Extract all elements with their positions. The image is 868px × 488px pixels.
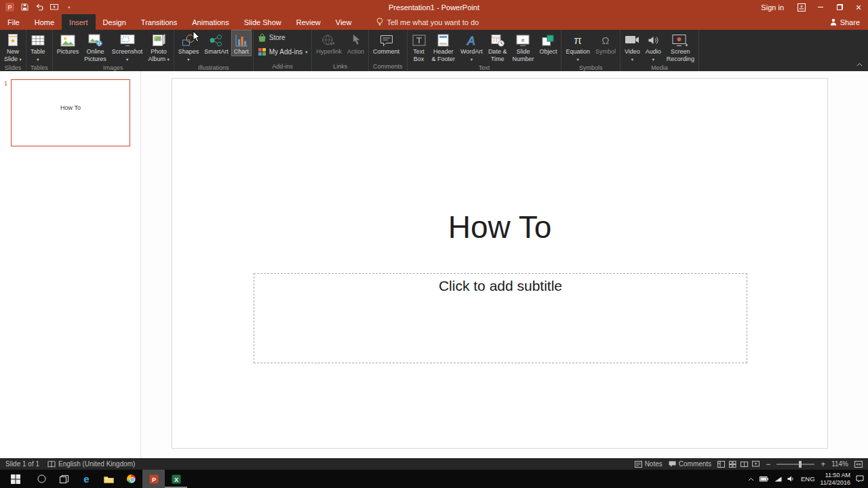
- hyperlink-button[interactable]: Hyperlink: [313, 30, 344, 56]
- undo-button[interactable]: [33, 0, 46, 14]
- ribbon-group-media: Video▾ Audio▾ ScreenRecording Media: [620, 30, 699, 71]
- quick-access-toolbar: P ▾: [0, 0, 76, 14]
- zoom-slider[interactable]: [776, 464, 814, 465]
- slide-sorter-icon: [729, 461, 736, 468]
- customize-qat-button[interactable]: ▾: [62, 0, 76, 14]
- sign-in-link[interactable]: Sign in: [753, 3, 792, 12]
- date-time-button[interactable]: Date &Time: [486, 30, 510, 64]
- photo-album-button[interactable]: PhotoAlbum ▾: [145, 30, 172, 64]
- chevron-down-icon: ▾: [187, 57, 189, 62]
- save-button[interactable]: [18, 0, 31, 14]
- zoom-level[interactable]: 114%: [831, 460, 848, 468]
- slide-sorter-view-button[interactable]: [729, 461, 736, 468]
- tray-expand-button[interactable]: [748, 477, 754, 481]
- search-button[interactable]: [31, 470, 53, 488]
- reading-view-button[interactable]: [741, 461, 748, 468]
- hyperlink-icon: [321, 33, 336, 48]
- smartart-button[interactable]: SmartArt: [201, 30, 231, 56]
- tab-view[interactable]: View: [328, 14, 359, 30]
- chart-icon: [235, 33, 248, 48]
- symbol-button[interactable]: Ω Symbol: [593, 30, 618, 56]
- audio-button[interactable]: Audio▾: [643, 30, 664, 64]
- header-footer-button[interactable]: Header& Footer: [429, 30, 458, 64]
- share-button[interactable]: Share: [830, 14, 860, 30]
- symbol-omega-icon: Ω: [601, 33, 609, 48]
- tab-animations[interactable]: Animations: [184, 14, 236, 30]
- zoom-out-button[interactable]: −: [766, 460, 770, 468]
- taskbar-clock[interactable]: 11:50 AM 11/24/2016: [821, 472, 850, 487]
- chevron-down-icon: ▾: [631, 57, 633, 62]
- action-button[interactable]: Action: [344, 30, 367, 56]
- store-button[interactable]: Store: [258, 33, 285, 42]
- tell-me-box[interactable]: Tell me what you want to do: [376, 14, 479, 30]
- minimize-icon: [818, 7, 823, 7]
- minimize-button[interactable]: [811, 0, 830, 14]
- pictures-button[interactable]: Pictures: [54, 30, 82, 56]
- network-indicator[interactable]: [774, 476, 782, 482]
- new-slide-button[interactable]: NewSlide ▾: [1, 30, 24, 64]
- svg-text:#: #: [521, 37, 525, 43]
- wordart-button[interactable]: A WordArt▾: [458, 30, 486, 64]
- tab-review[interactable]: Review: [289, 14, 328, 30]
- close-button[interactable]: ×: [849, 0, 868, 14]
- task-view-button[interactable]: [53, 470, 75, 488]
- battery-indicator[interactable]: [760, 476, 769, 482]
- text-box-button[interactable]: TextBox: [409, 30, 429, 64]
- slide-indicator[interactable]: Slide 1 of 1: [5, 460, 39, 468]
- fit-to-window-button[interactable]: [854, 461, 863, 468]
- table-button[interactable]: Table▾: [28, 30, 48, 64]
- comment-button[interactable]: Comment: [370, 30, 402, 56]
- normal-view-button[interactable]: [717, 461, 725, 468]
- powerpoint-taskbar-button[interactable]: P: [142, 470, 165, 488]
- smartart-icon: [209, 33, 223, 48]
- object-button[interactable]: Object: [536, 30, 559, 56]
- taskbar-date: 11/24/2016: [821, 479, 850, 487]
- slide-thumbnail[interactable]: How To: [11, 79, 130, 146]
- comments-button[interactable]: Comments: [669, 460, 711, 468]
- tab-transitions[interactable]: Transitions: [134, 14, 184, 30]
- notes-button[interactable]: Notes: [635, 460, 663, 468]
- zoom-in-button[interactable]: +: [821, 460, 825, 468]
- zoom-slider-thumb[interactable]: [799, 461, 802, 468]
- ribbon-group-slides: NewSlide ▾ Slides: [0, 30, 26, 71]
- ribbon-group-illustrations: Shapes▾ SmartArt Chart Illustrations: [174, 30, 254, 71]
- my-addins-button[interactable]: My Add-ins ▾: [258, 47, 308, 56]
- start-button[interactable]: [0, 470, 31, 488]
- tab-insert[interactable]: Insert: [62, 14, 96, 30]
- ribbon-tab-bar: File Home Insert Design Transitions Anim…: [0, 14, 868, 30]
- tab-file[interactable]: File: [0, 14, 27, 30]
- language-tray-indicator[interactable]: ENG: [801, 475, 815, 483]
- workspace: 1 How To How To Click to add subtitle: [0, 71, 868, 458]
- start-slideshow-button[interactable]: [47, 0, 61, 14]
- slide-canvas[interactable]: How To Click to add subtitle: [172, 78, 828, 449]
- chrome-taskbar-button[interactable]: [120, 470, 142, 488]
- edge-taskbar-button[interactable]: e: [75, 470, 98, 488]
- subtitle-placeholder[interactable]: Click to add subtitle: [254, 273, 747, 363]
- tab-home[interactable]: Home: [27, 14, 62, 30]
- fit-to-window-icon: [854, 461, 863, 468]
- language-indicator[interactable]: English (United Kingdom): [47, 460, 135, 468]
- volume-indicator[interactable]: [787, 476, 795, 482]
- tab-design[interactable]: Design: [96, 14, 134, 30]
- slide-title-text[interactable]: How To: [172, 209, 827, 245]
- tab-slide-show[interactable]: Slide Show: [237, 14, 289, 30]
- equation-button[interactable]: π Equation▾: [563, 30, 593, 64]
- screenshot-button[interactable]: Screenshot▾: [109, 30, 146, 64]
- app-icon[interactable]: P: [3, 0, 16, 14]
- video-button[interactable]: Video▾: [622, 30, 643, 64]
- maximize-button[interactable]: [830, 0, 849, 14]
- ribbon-display-options-button[interactable]: [792, 0, 811, 14]
- collapse-ribbon-button[interactable]: [856, 57, 863, 69]
- task-view-icon: [60, 475, 68, 483]
- slide-number-button[interactable]: # SlideNumber: [509, 30, 536, 64]
- slideshow-view-button[interactable]: [752, 461, 760, 468]
- shapes-button[interactable]: Shapes▾: [176, 30, 202, 64]
- excel-taskbar-button[interactable]: X: [165, 470, 187, 488]
- file-explorer-taskbar-button[interactable]: [98, 470, 120, 488]
- chevron-down-icon: ▾: [126, 57, 128, 62]
- chart-button[interactable]: Chart: [231, 30, 252, 56]
- action-center-button[interactable]: [856, 475, 864, 483]
- subtitle-placeholder-text: Click to add subtitle: [254, 278, 747, 294]
- online-pictures-button[interactable]: OnlinePictures: [81, 30, 109, 64]
- screen-recording-button[interactable]: ScreenRecording: [664, 30, 697, 64]
